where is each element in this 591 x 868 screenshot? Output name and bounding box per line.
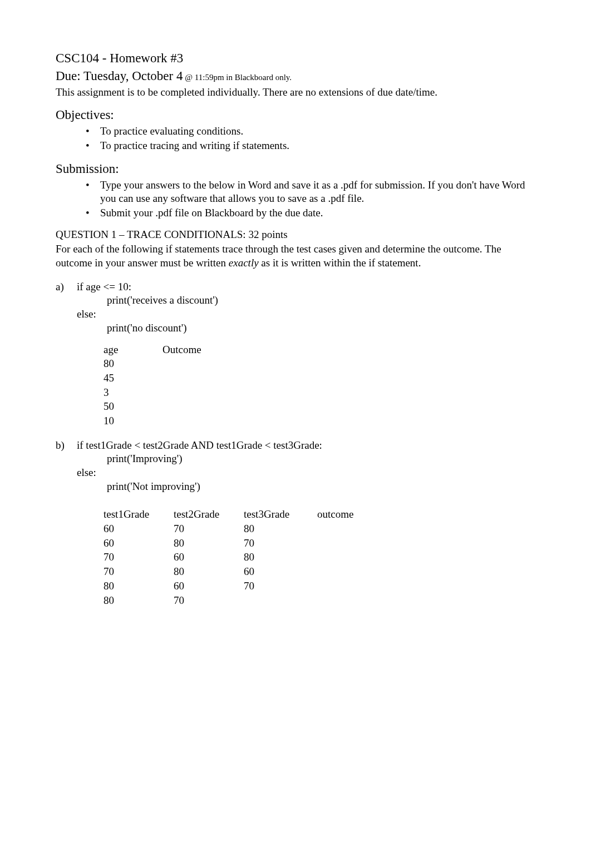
cell-t3: 60: [244, 565, 317, 579]
cell-outcome: [162, 414, 285, 429]
table-row: 608070: [104, 537, 429, 551]
cell-age: 80: [104, 357, 162, 371]
code-line: print('receives a discount'): [77, 294, 535, 307]
cell-out: [317, 565, 429, 579]
part-a-letter: a): [56, 280, 64, 294]
table-row: 50: [104, 400, 285, 414]
cell-age: 10: [104, 414, 162, 429]
cell-out: [317, 594, 429, 608]
question1-body: For each of the following if statements …: [56, 242, 535, 270]
cell-outcome: [162, 357, 285, 371]
cell-t3: 80: [244, 550, 317, 565]
cell-out: [317, 550, 429, 565]
part-a: a) if age <= 10: print('receives a disco…: [56, 280, 535, 429]
col-header-t1: test1Grade: [104, 508, 174, 522]
cell-t1: 80: [104, 594, 174, 608]
table-row: 607080: [104, 522, 429, 537]
cell-t3: 70: [244, 537, 317, 551]
cell-t1: 70: [104, 565, 174, 579]
cell-t1: 60: [104, 522, 174, 537]
cell-out: [317, 579, 429, 594]
table-row: 45: [104, 371, 285, 386]
part-b-letter: b): [56, 439, 65, 453]
submission-heading: Submission:: [56, 161, 535, 177]
code-line: else:: [77, 466, 535, 480]
cell-outcome: [162, 371, 285, 386]
list-item: To practice evaluating conditions.: [86, 125, 535, 138]
cell-t3: [244, 594, 317, 608]
table-header-row: age Outcome: [104, 343, 285, 358]
table-row: 706080: [104, 550, 429, 565]
cell-t2: 60: [174, 550, 244, 565]
table-row: 806070: [104, 579, 429, 594]
cell-t2: 70: [174, 522, 244, 537]
cell-outcome: [162, 386, 285, 400]
table-row: 10: [104, 414, 285, 429]
col-header-t2: test2Grade: [174, 508, 244, 522]
cell-t3: 70: [244, 579, 317, 594]
col-header-outcome: outcome: [317, 508, 429, 522]
code-line: print('Improving'): [77, 452, 535, 466]
code-line: print('Not improving'): [77, 480, 535, 494]
table-b: test1Grade test2Grade test3Grade outcome…: [104, 508, 429, 608]
table-header-row: test1Grade test2Grade test3Grade outcome: [104, 508, 429, 522]
doc-title: CSC104 - Homework #3: [56, 50, 535, 67]
q1-body-post: as it is written within the if statement…: [261, 257, 421, 269]
q1-body-em: exactly: [229, 257, 262, 269]
cell-age: 50: [104, 400, 162, 414]
list-item: Submit your .pdf file on Blackboard by t…: [86, 206, 535, 220]
code-line: if test1Grade < test2Grade AND test1Grad…: [77, 439, 535, 453]
col-header-t3: test3Grade: [244, 508, 317, 522]
col-header-age: age: [104, 343, 162, 358]
cell-t2: 70: [174, 594, 244, 608]
list-item: To practice tracing and writing if state…: [86, 139, 535, 153]
question1-heading: QUESTION 1 – TRACE CONDITIONALS: 32 poin…: [56, 228, 535, 242]
submission-list: Type your answers to the below in Word a…: [56, 178, 535, 220]
table-row: 3: [104, 386, 285, 400]
cell-t1: 70: [104, 550, 174, 565]
due-prefix: Due: Tuesday, October 4: [56, 69, 183, 83]
cell-age: 3: [104, 386, 162, 400]
part-b: b) if test1Grade < test2Grade AND test1G…: [56, 439, 535, 608]
objectives-list: To practice evaluating conditions. To pr…: [56, 125, 535, 152]
table-row: 80: [104, 357, 285, 371]
cell-outcome: [162, 400, 285, 414]
cell-t1: 60: [104, 537, 174, 551]
table-row: 708060: [104, 565, 429, 579]
cell-t2: 60: [174, 579, 244, 594]
code-line: print('no discount'): [77, 321, 535, 335]
cell-age: 45: [104, 371, 162, 386]
cell-t3: 80: [244, 522, 317, 537]
cell-out: [317, 522, 429, 537]
col-header-outcome: Outcome: [162, 343, 285, 358]
cell-out: [317, 537, 429, 551]
due-suffix: @ 11:59pm in Blackboard only.: [183, 73, 292, 82]
objectives-heading: Objectives:: [56, 107, 535, 123]
list-item: Type your answers to the below in Word a…: [86, 178, 535, 206]
cell-t1: 80: [104, 579, 174, 594]
code-line: if age <= 10:: [77, 280, 535, 294]
table-a: age Outcome 80 45 3 50 10: [104, 343, 285, 429]
assignment-note: This assignment is to be completed indiv…: [56, 86, 535, 100]
cell-t2: 80: [174, 537, 244, 551]
cell-t2: 80: [174, 565, 244, 579]
code-line: else:: [77, 307, 535, 321]
due-line: Due: Tuesday, October 4 @ 11:59pm in Bla…: [56, 68, 535, 85]
table-row: 8070: [104, 594, 429, 608]
